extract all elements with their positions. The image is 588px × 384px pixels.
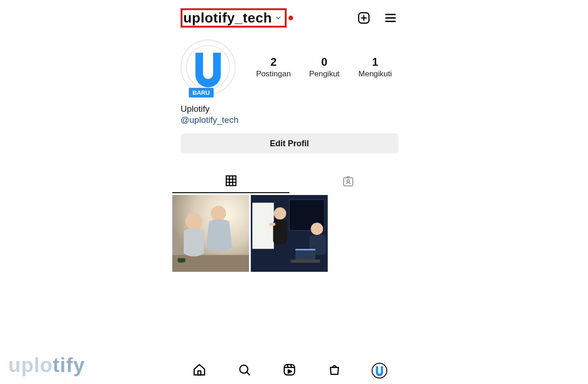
new-badge: BARU [189,88,214,97]
display-name: Uplotify [181,104,398,114]
followers-label: Pengikut [301,69,348,79]
nav-profile[interactable] [370,361,389,380]
profile-mini-avatar [372,363,387,378]
svg-rect-26 [269,223,275,226]
reels-icon [283,363,296,378]
username: uplotify_tech [183,10,272,26]
tab-grid[interactable] [172,171,289,193]
svg-point-27 [311,223,323,235]
svg-rect-30 [295,249,316,250]
shop-icon [328,363,341,378]
nav-shop[interactable] [325,361,344,380]
watermark-part2: tify [53,354,85,376]
svg-rect-32 [198,371,201,375]
nav-search[interactable] [235,361,254,380]
svg-rect-29 [295,249,316,261]
avatar[interactable] [181,40,236,95]
svg-rect-31 [291,260,320,263]
nav-home[interactable] [190,361,209,380]
svg-point-14 [347,179,350,182]
search-icon [237,363,251,378]
profile-handle[interactable]: @uplotify_tech [181,115,398,125]
posts-count: 2 [250,56,297,69]
grid-icon [225,174,237,189]
notification-dot [288,16,293,20]
post-empty-cell [330,195,407,272]
home-icon [192,363,206,378]
svg-rect-23 [253,203,274,249]
svg-line-34 [247,372,249,375]
followers-count: 0 [301,56,348,69]
watermark: uplotify [8,354,85,377]
svg-rect-20 [178,258,186,262]
posts-stat[interactable]: 2 Postingan [250,56,297,79]
svg-point-24 [274,207,287,220]
svg-point-7 [206,82,210,86]
edit-profile-label: Edit Profil [270,139,309,149]
svg-point-17 [185,212,202,229]
account-switcher[interactable]: uplotify_tech [181,8,287,28]
svg-point-18 [211,206,226,221]
svg-rect-8 [226,176,236,186]
following-label: Mengikuti [352,69,398,79]
menu-button[interactable] [383,10,398,26]
svg-marker-39 [288,370,292,373]
svg-rect-25 [273,220,287,245]
followers-stat[interactable]: 0 Pengikut [301,56,348,79]
svg-rect-16 [172,255,249,272]
post-thumbnail-1[interactable] [172,195,249,272]
chevron-down-icon [275,14,282,22]
posts-label: Postingan [250,69,297,79]
tagged-icon [341,174,355,190]
tab-tagged[interactable] [289,171,407,193]
watermark-part1: uplo [8,354,53,376]
avatar-logo-icon [187,45,229,88]
create-post-button[interactable] [356,10,372,26]
post-thumbnail-2[interactable] [251,195,328,272]
following-count: 1 [352,56,398,69]
edit-profile-button[interactable]: Edit Profil [181,133,398,154]
following-stat[interactable]: 1 Mengikuti [352,56,398,79]
nav-reels[interactable] [280,361,299,380]
